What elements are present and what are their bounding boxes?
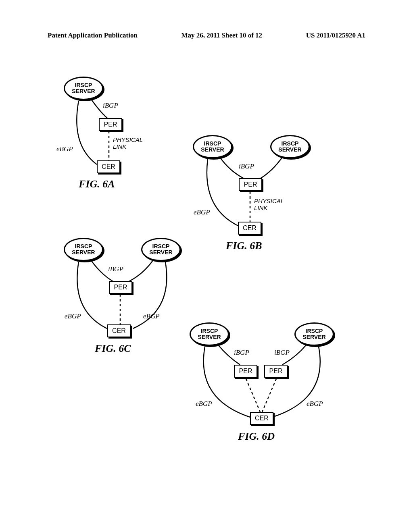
fig-6b: IRSCP SERVER IRSCP SERVER PER CER iBGP e… [186, 135, 319, 264]
fig-6b-label: FIG. 6B [226, 240, 262, 252]
irscp-server-node: IRSCP SERVER [64, 77, 103, 100]
fig-6c: IRSCP SERVER IRSCP SERVER PER CER iBGP e… [56, 238, 190, 367]
ebgp-label: eBGP [194, 208, 210, 216]
physical-link-label: PHYSICAL LINK [254, 197, 284, 212]
fig-6d-label: FIG. 6D [238, 430, 275, 443]
ebgp-label: eBGP [56, 145, 73, 153]
ibgp-label: iBGP [108, 265, 123, 273]
ibgp-label-left: iBGP [234, 349, 249, 357]
fig-6d: IRSCP SERVER IRSCP SERVER PER PER CER iB… [181, 322, 343, 459]
ebgp-label-right: eBGP [307, 400, 323, 408]
physical-link-label: PHYSICAL LINK [113, 136, 143, 150]
cer-node: CER [250, 412, 273, 425]
page-header: Patent Application Publication May 26, 2… [48, 31, 365, 39]
fig-6a: IRSCP SERVER PER CER iBGP eBGP PHYSICAL … [56, 77, 161, 197]
per-node: PER [109, 281, 132, 294]
per-node: PER [99, 118, 122, 131]
header-left: Patent Application Publication [48, 31, 138, 39]
header-center: May 26, 2011 Sheet 10 of 12 [181, 31, 262, 39]
ebgp-label-left: eBGP [196, 400, 212, 408]
fig-6c-label: FIG. 6C [95, 343, 131, 355]
irscp-server-node-right: IRSCP SERVER [270, 135, 310, 158]
fig-6a-label: FIG. 6A [79, 178, 115, 190]
cer-node: CER [238, 222, 261, 235]
per-node: PER [239, 178, 262, 191]
cer-node: CER [97, 160, 120, 173]
irscp-server-node-left: IRSCP SERVER [190, 322, 229, 346]
per-node-left: PER [234, 365, 257, 378]
irscp-server-node-left: IRSCP SERVER [193, 135, 232, 158]
header-right: US 2011/0125920 A1 [306, 31, 365, 39]
irscp-server-node-right: IRSCP SERVER [294, 322, 334, 346]
ebgp-label-left: eBGP [65, 312, 81, 320]
svg-line-3 [246, 379, 260, 412]
svg-line-4 [262, 379, 276, 412]
ibgp-label: iBGP [103, 102, 118, 110]
ebgp-label-right: eBGP [143, 312, 160, 320]
irscp-server-node-left: IRSCP SERVER [64, 238, 103, 261]
figures-container: IRSCP SERVER PER CER iBGP eBGP PHYSICAL … [56, 77, 363, 459]
cer-node: CER [107, 324, 131, 337]
irscp-server-node-right: IRSCP SERVER [141, 238, 181, 261]
ibgp-label: iBGP [239, 162, 254, 170]
per-node-right: PER [264, 365, 288, 378]
ibgp-label-right: iBGP [274, 349, 290, 357]
